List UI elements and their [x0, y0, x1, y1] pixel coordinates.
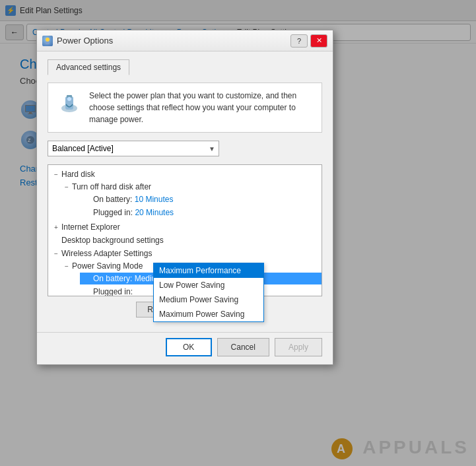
power-icon: [56, 90, 83, 116]
ok-button[interactable]: OK: [166, 338, 212, 356]
plugged-in-hd-value: 20 Minutes: [135, 208, 174, 217]
dropdown-popup: Maximum Performance Low Power Saving Med…: [153, 263, 264, 322]
dialog-titlebar: Power Options ? ✕: [37, 30, 333, 51]
dialog-icon: [42, 36, 53, 46]
tree-row-ie[interactable]: + Internet Explorer: [48, 221, 322, 233]
dropdown-option-max-performance[interactable]: Maximum Performance: [154, 263, 263, 278]
tree-row-wireless[interactable]: − Wireless Adapter Settings: [48, 248, 322, 259]
tree-item-desktop: Desktop background settings: [48, 234, 322, 247]
svg-rect-7: [46, 42, 50, 44]
help-button[interactable]: ?: [290, 34, 308, 48]
tree-row-plugged-in-hd[interactable]: Plugged in: 20 Minutes: [80, 207, 322, 218]
plan-selector: Balanced [Active] High performance Power…: [48, 141, 322, 156]
tree-item-hard-disk: − Hard disk − Turn off hard disk after O…: [48, 168, 322, 220]
description-text: Select the power plan that you want to c…: [89, 90, 314, 125]
on-battery-hd-value: 10 Minutes: [135, 195, 174, 204]
tree-item-ie: + Internet Explorer: [48, 220, 322, 234]
tree-row-desktop[interactable]: Desktop background settings: [48, 234, 322, 246]
tab-advanced-settings[interactable]: Advanced settings: [48, 59, 129, 75]
cancel-button[interactable]: Cancel: [217, 338, 269, 356]
dialog-title: Power Options: [57, 36, 113, 46]
tab-bar: Advanced settings: [48, 59, 322, 75]
close-button[interactable]: ✕: [310, 34, 327, 48]
tree-row-turn-off-hard-disk[interactable]: − Turn off hard disk after: [59, 181, 322, 193]
tree-row-on-battery-hd[interactable]: On battery: 10 Minutes: [80, 193, 322, 205]
dialog-footer: OK Cancel Apply: [37, 332, 333, 364]
apply-button[interactable]: Apply: [275, 338, 322, 356]
svg-point-6: [46, 38, 50, 42]
description-box: Select the power plan that you want to c…: [48, 83, 322, 133]
plan-select-wrapper: Balanced [Active] High performance Power…: [48, 141, 219, 156]
dropdown-option-medium[interactable]: Medium Power Saving: [154, 292, 263, 307]
plan-select[interactable]: Balanced [Active] High performance Power…: [48, 141, 219, 156]
dropdown-option-low[interactable]: Low Power Saving: [154, 278, 263, 292]
tree-row-hard-disk[interactable]: − Hard disk: [48, 168, 322, 180]
dropdown-option-max-saving[interactable]: Maximum Power Saving: [154, 307, 263, 321]
svg-point-11: [67, 97, 71, 101]
